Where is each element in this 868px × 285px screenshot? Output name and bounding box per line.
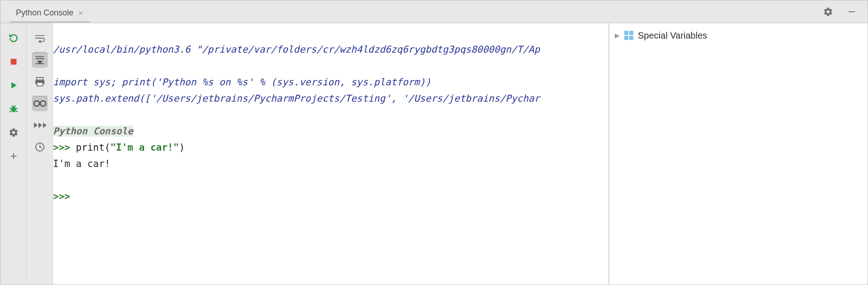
python-console-panel: Python Console ✕ [0, 0, 868, 285]
svg-rect-0 [849, 11, 855, 12]
syspath-line: sys.path.extend(['/Users/jetbrains/Pycha… [53, 93, 540, 104]
gear-icon[interactable] [820, 4, 836, 20]
chevron-right-icon: ▶ [615, 32, 620, 39]
console-banner: Python Console [53, 126, 133, 137]
console-toolbar [27, 23, 53, 285]
svg-rect-6 [37, 83, 43, 86]
stdout-line: I'm a car! [53, 158, 110, 169]
console-content-row: /usr/local/bin/python3.6 "/private/var/f… [53, 23, 868, 285]
svg-rect-3 [35, 63, 44, 64]
rerun-button[interactable] [6, 30, 21, 46]
add-button[interactable] [6, 148, 21, 164]
code-call: print( [76, 142, 111, 153]
svg-point-8 [40, 101, 46, 106]
settings-button[interactable] [6, 125, 21, 140]
panel-header-controls [820, 0, 864, 23]
variables-panel: ▶ Special Variables [609, 23, 868, 285]
prompt: >>> [53, 142, 76, 153]
code-string: "I'm a car!" [110, 142, 179, 153]
code-call-close: ) [179, 142, 185, 153]
interpreter-line: /usr/local/bin/python3.6 "/private/var/f… [53, 44, 540, 55]
soft-wrap-button[interactable] [32, 30, 48, 46]
svg-point-7 [34, 101, 39, 106]
tab-python-console[interactable]: Python Console ✕ [10, 5, 90, 23]
prompt[interactable]: >>> [53, 191, 76, 202]
debug-button[interactable] [6, 101, 21, 117]
print-button[interactable] [32, 74, 48, 89]
stop-button[interactable] [6, 54, 21, 69]
console-output[interactable]: /usr/local/bin/python3.6 "/private/var/f… [53, 23, 609, 285]
tab-label: Python Console [16, 8, 73, 18]
special-variables-label: Special Variables [638, 30, 707, 41]
svg-point-2 [11, 107, 16, 113]
special-variables-node[interactable]: ▶ Special Variables [615, 28, 862, 43]
import-line: import sys; print('Python %s on %s' % (s… [53, 77, 431, 88]
svg-rect-4 [36, 78, 43, 80]
variables-icon [624, 31, 633, 40]
scroll-to-end-button[interactable] [32, 52, 48, 68]
left-toolbar [0, 23, 27, 285]
svg-rect-1 [10, 59, 16, 65]
close-icon[interactable]: ✕ [78, 10, 83, 17]
minimize-icon[interactable] [844, 4, 859, 20]
run-button[interactable] [6, 78, 21, 93]
show-vars-button[interactable] [32, 96, 48, 111]
execute-selection-button[interactable] [32, 118, 48, 133]
history-button[interactable] [32, 139, 48, 155]
console-tab-bar: Python Console ✕ [0, 0, 868, 23]
